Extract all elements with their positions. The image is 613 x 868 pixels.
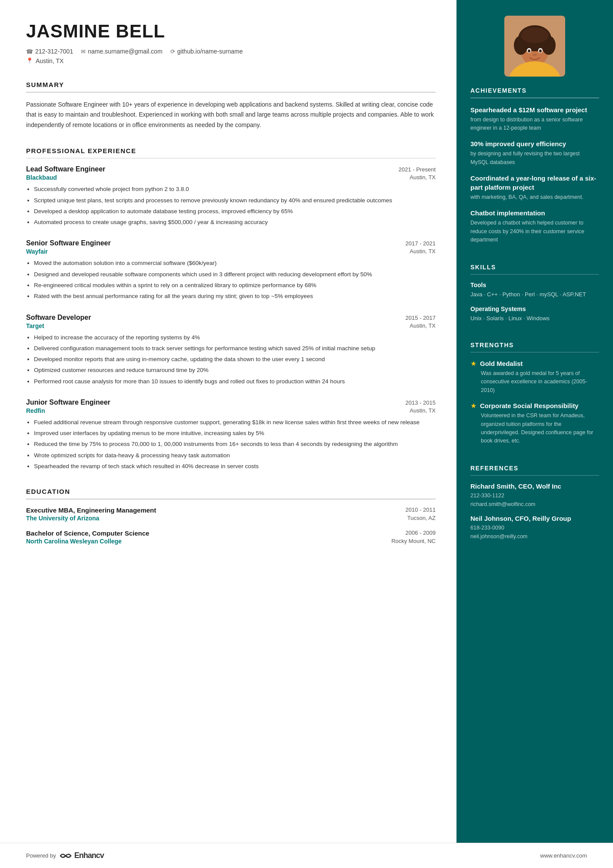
job-sub: Wayfair Austin, TX [26,248,436,255]
powered-by-text: Powered by [26,852,56,859]
achievements-title: ACHIEVEMENTS [470,87,599,94]
job-bullets: Successfully converted whole project fro… [26,184,436,227]
strength-title: Gold Medalist [480,360,523,367]
svg-point-7 [521,27,549,43]
job-company: Redfin [26,407,45,414]
achievement-title: Spearheaded a $12M software project [470,105,599,114]
profile-photo [504,16,565,77]
github-contact: ⟳ github.io/name-surname [170,48,243,55]
job-location: Austin, TX [410,322,436,329]
bullet-item: Scripted unique test plans, test scripts… [34,196,436,205]
job-date: 2015 - 2017 [406,315,436,321]
education-section: EDUCATION Executive MBA, Engineering Man… [26,488,436,545]
footer-website: www.enhancv.com [540,852,587,859]
resume-wrapper: JASMINE BELL ☎ 212-312-7001 ✉ name.surna… [0,0,613,868]
achievement-title: Chatbot implementation [470,208,599,218]
edu-date: 2010 - 2011 [406,506,436,514]
job-location: Austin, TX [410,174,436,181]
achievement-title: 30% improved query efficiency [470,139,599,148]
edu-sub: The University of Arizona Tucson, AZ [26,515,436,522]
right-column: ACHIEVEMENTS Spearheaded a $12M software… [456,0,613,843]
achievement-desc: with marketing, BA, QA, and sales depart… [470,193,599,201]
bullet-item: Reduced the time by 75% to process 70,00… [34,439,436,449]
footer: Powered by Enhancv www.enhancv.com [0,843,613,868]
references-divider [470,475,599,476]
edu-header: Bachelor of Science, Computer Science 20… [26,530,436,537]
github-icon: ⟳ [170,48,175,55]
achievements-divider [470,97,599,98]
job-title: Lead Software Engineer [26,165,105,173]
job-bullets: Fueled additional revenue stream through… [26,418,436,471]
bullet-item: Designed and developed reusable software… [34,270,436,279]
reference-name: Richard Smith, CEO, Wolf Inc [470,483,599,490]
education-item: Executive MBA, Engineering Management 20… [26,506,436,522]
skills-container: Tools Java · C++ · Python · Perl · mySQL… [470,282,599,323]
strength-desc: Was awarded a gold medal for 5 years of … [470,369,599,395]
achievement-item: Coordinated a year-long release of a six… [470,174,599,201]
education-divider [26,499,436,499]
job-bullets: Helped to increase the accuracy of the r… [26,333,436,386]
skills-divider [470,274,599,275]
experience-divider [26,158,436,159]
bullet-item: Rated with the best annual performance r… [34,292,436,301]
bullet-item: Automated process to create usage graphs… [34,218,436,227]
bullet-item: Fueled additional revenue stream through… [34,418,436,427]
job-company: Blackbaud [26,174,57,181]
bullet-item: Moved the automation solution into a com… [34,258,436,268]
edu-school: The University of Arizona [26,515,99,522]
header-name: JASMINE BELL [26,21,436,42]
job-location: Austin, TX [410,407,436,414]
strength-header: ★ Gold Medalist [470,359,599,368]
bullet-item: Developed monitor reports that are using… [34,355,436,364]
job-date: 2013 - 2015 [406,399,436,406]
edu-sub: North Carolina Wesleyan College Rocky Mo… [26,538,436,545]
bullet-item: Successfully converted whole project fro… [34,184,436,194]
job-item: Lead Software Engineer 2021 - Present Bl… [26,165,436,227]
email-icon: ✉ [81,48,86,55]
svg-point-11 [539,50,542,53]
jobs-container: Lead Software Engineer 2021 - Present Bl… [26,165,436,471]
reference-contact: 618-233-0090neil.johnson@reilly.com [470,523,599,541]
summary-text: Passionate Software Engineer with 10+ ye… [26,100,436,131]
skills-category: Tools Java · C++ · Python · Perl · mySQL… [470,282,599,299]
bullet-item: Developed a desktop application to autom… [34,207,436,216]
left-column: JASMINE BELL ☎ 212-312-7001 ✉ name.surna… [0,0,456,843]
reference-item: Richard Smith, CEO, Wolf Inc 212-330-112… [470,483,599,509]
strengths-section: STRENGTHS ★ Gold Medalist Was awarded a … [456,342,613,452]
reference-name: Neil Johnson, CFO, Reilly Group [470,515,599,522]
achievement-desc: by designing and fully revising the two … [470,150,599,167]
achievement-item: Spearheaded a $12M software project from… [470,105,599,133]
enhancv-logo: Enhancv [60,851,104,860]
phone-icon: ☎ [26,48,33,55]
bullet-item: Improved user interfaces by updating men… [34,429,436,438]
phone-contact: ☎ 212-312-7001 [26,48,73,55]
photo-area [456,0,613,87]
job-title: Senior Software Engineer [26,239,111,247]
job-item: Software Developer 2015 - 2017 Target Au… [26,314,436,386]
job-date: 2021 - Present [399,166,436,173]
skills-title: SKILLS [470,264,599,271]
job-header: Junior Software Engineer 2013 - 2015 [26,399,436,406]
bullet-item: Wrote optimized scripts for data-heavy &… [34,451,436,460]
job-title: Junior Software Engineer [26,399,110,406]
edu-degree: Executive MBA, Engineering Management [26,506,156,514]
achievement-desc: Developed a chatbot which helped custome… [470,219,599,244]
star-icon: ★ [470,359,476,368]
star-icon: ★ [470,402,476,410]
experience-section: PROFESSIONAL EXPERIENCE Lead Software En… [26,147,436,471]
strengths-title: STRENGTHS [470,342,599,349]
strengths-container: ★ Gold Medalist Was awarded a gold medal… [470,359,599,446]
strength-header: ★ Corporate Social Responsibility [470,402,599,410]
reference-contact: 212-330-1122richard.smith@wolfinc.com [470,491,599,509]
svg-point-10 [528,50,530,53]
edu-location: Rocky Mount, NC [391,538,436,545]
location-contact: 📍 Austin, TX [26,57,436,64]
education-item: Bachelor of Science, Computer Science 20… [26,530,436,545]
email-contact: ✉ name.surname@gmail.com [81,48,162,55]
bullet-item: Performed root cause analysis for more t… [34,377,436,386]
job-date: 2017 - 2021 [406,240,436,247]
skills-list: Java · C++ · Python · Perl · mySQL · ASP… [470,290,599,299]
education-container: Executive MBA, Engineering Management 20… [26,506,436,545]
achievement-desc: from design to distribution as a senior … [470,116,599,133]
job-bullets: Moved the automation solution into a com… [26,258,436,301]
